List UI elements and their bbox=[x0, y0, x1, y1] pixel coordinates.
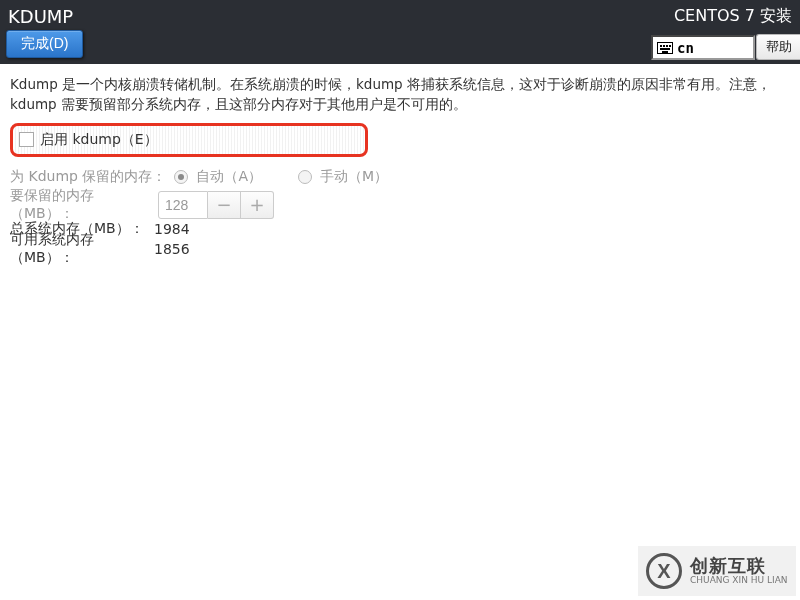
memory-spinner: − + bbox=[158, 190, 274, 220]
help-button[interactable]: 帮助 bbox=[756, 34, 800, 60]
reserve-auto-label: 自动（A） bbox=[196, 168, 262, 186]
usable-memory-label: 可用系统内存（MB）： bbox=[10, 231, 148, 267]
keyboard-locale-selector[interactable]: cn bbox=[651, 35, 755, 60]
kdump-content: Kdump 是一个内核崩溃转储机制。在系统崩溃的时候，kdump 将捕获系统信息… bbox=[0, 64, 800, 259]
to-reserve-label: 要保留的内存（MB）： bbox=[10, 187, 150, 223]
keyboard-icon bbox=[657, 42, 673, 54]
enable-kdump-label: 启用 kdump（E） bbox=[40, 131, 158, 149]
memory-increment-button[interactable]: + bbox=[241, 191, 274, 219]
reserve-auto-radio[interactable] bbox=[174, 170, 188, 184]
watermark-pinyin: CHUANG XIN HU LIAN bbox=[690, 576, 788, 586]
watermark-icon: X bbox=[646, 553, 682, 589]
watermark-cn: 创新互联 bbox=[690, 556, 788, 576]
enable-kdump-checkbox[interactable] bbox=[19, 132, 34, 147]
usable-memory-row: 可用系统内存（MB）： 1856 bbox=[10, 239, 792, 259]
install-product-label: CENTOS 7 安装 bbox=[674, 6, 792, 27]
total-memory-value: 1984 bbox=[154, 221, 190, 237]
reserve-manual-label: 手动（M） bbox=[320, 168, 388, 186]
watermark-text: 创新互联 CHUANG XIN HU LIAN bbox=[690, 556, 788, 586]
memory-input[interactable] bbox=[158, 191, 208, 219]
memory-decrement-button[interactable]: − bbox=[208, 191, 241, 219]
locale-code: cn bbox=[677, 40, 694, 56]
enable-kdump-row[interactable]: 启用 kdump（E） bbox=[10, 123, 368, 157]
reserve-label: 为 Kdump 保留的内存： bbox=[10, 168, 166, 186]
memory-to-reserve-row: 要保留的内存（MB）： − + bbox=[10, 191, 792, 219]
usable-memory-value: 1856 bbox=[154, 241, 190, 257]
watermark-logo: X 创新互联 CHUANG XIN HU LIAN bbox=[638, 546, 796, 596]
reserve-manual-radio[interactable] bbox=[298, 170, 312, 184]
installer-topbar: KDUMP CENTOS 7 安装 完成(D) cn 帮助 bbox=[0, 0, 800, 64]
done-button[interactable]: 完成(D) bbox=[6, 30, 83, 58]
help-button-label: 帮助 bbox=[766, 38, 792, 56]
kdump-description: Kdump 是一个内核崩溃转储机制。在系统崩溃的时候，kdump 将捕获系统信息… bbox=[10, 74, 792, 115]
page-title: KDUMP bbox=[8, 6, 73, 27]
